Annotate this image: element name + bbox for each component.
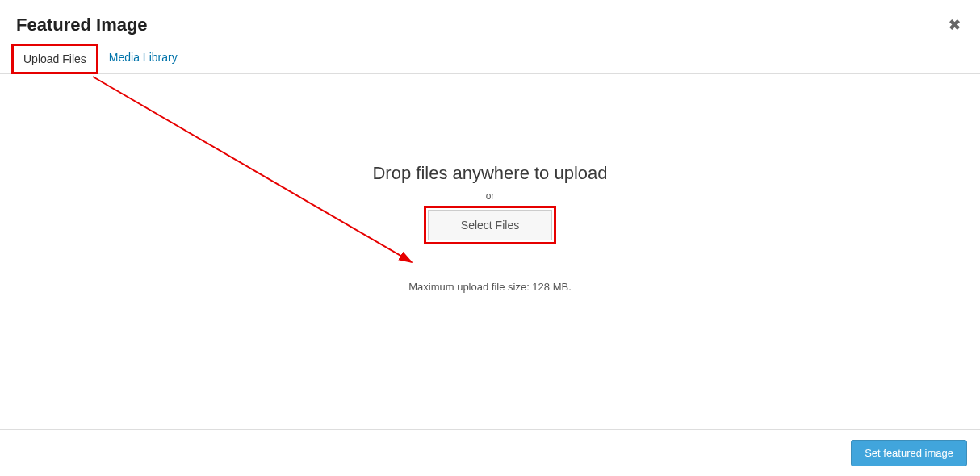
modal-footer: Set featured image (0, 429, 980, 476)
media-tabs: Upload Files Media Library (0, 44, 980, 74)
featured-image-modal: Featured Image ✖ Upload Files Media Libr… (0, 0, 980, 476)
upload-panel: Drop files anywhere to upload or Select … (0, 74, 980, 429)
max-upload-size: Maximum upload file size: 128 MB. (408, 281, 572, 293)
modal-header: Featured Image ✖ (0, 0, 980, 44)
modal-title: Featured Image (16, 15, 964, 35)
select-files-button[interactable]: Select Files (428, 210, 552, 240)
tab-upload-files[interactable]: Upload Files (11, 44, 98, 74)
drop-heading: Drop files anywhere to upload (372, 163, 607, 184)
or-text: or (486, 190, 495, 202)
close-icon[interactable]: ✖ (949, 16, 961, 34)
tab-media-library[interactable]: Media Library (98, 44, 188, 74)
set-featured-image-button[interactable]: Set featured image (851, 440, 967, 466)
